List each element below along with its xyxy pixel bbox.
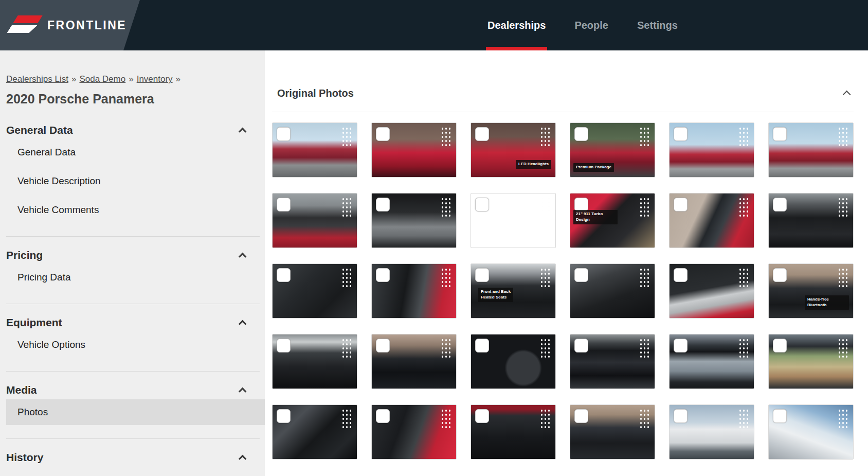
photo-thumbnail-exterior-rear-three-quarter-road[interactable] — [669, 122, 754, 178]
drag-handle-icon[interactable] — [441, 127, 451, 147]
photo-checkbox[interactable] — [574, 409, 588, 423]
photo-thumbnail-exterior-front-led-headlights[interactable]: LED Headlights — [471, 122, 556, 178]
photo-checkbox[interactable] — [674, 268, 688, 282]
photo-checkbox[interactable] — [277, 198, 291, 211]
sidebar-item-general-data[interactable]: General Data — [6, 139, 260, 165]
drag-handle-icon[interactable] — [838, 409, 848, 429]
photo-thumbnail-exterior-rear-brick-wall[interactable] — [371, 122, 457, 178]
drag-handle-icon[interactable] — [540, 127, 551, 147]
drag-handle-icon[interactable] — [441, 268, 451, 288]
photo-checkbox[interactable] — [773, 127, 787, 141]
photo-thumbnail-porsche-lettering-closeup[interactable] — [471, 193, 556, 248]
breadcrumb-link[interactable]: Inventory — [137, 74, 173, 84]
tab-settings[interactable]: Settings — [636, 0, 679, 50]
photo-thumbnail-center-console-gear-shifter[interactable] — [272, 404, 357, 460]
photo-thumbnail-porsche-dealership-building[interactable] — [669, 404, 754, 460]
photo-thumbnail-open-driver-door-brick[interactable] — [669, 193, 754, 248]
photo-checkbox[interactable] — [277, 127, 291, 141]
drag-handle-icon[interactable] — [738, 338, 749, 359]
chevron-up-icon[interactable] — [843, 91, 851, 99]
drag-handle-icon[interactable] — [838, 197, 848, 218]
drag-handle-icon[interactable] — [341, 268, 352, 288]
sidebar-item-pricing-data[interactable]: Pricing Data — [6, 265, 260, 290]
photo-checkbox[interactable] — [475, 198, 489, 211]
photo-thumbnail-panamera-4-door-sill[interactable] — [669, 263, 754, 319]
photo-checkbox[interactable] — [773, 268, 787, 282]
photo-thumbnail-open-trunk-rear[interactable] — [272, 193, 357, 248]
drag-handle-icon[interactable] — [639, 127, 650, 147]
photo-checkbox[interactable] — [773, 409, 787, 423]
photo-thumbnail-infotainment-touchscreen[interactable] — [570, 334, 655, 389]
chevron-up-icon[interactable] — [239, 454, 247, 463]
photo-thumbnail-rear-leather-seat-closeup[interactable] — [570, 263, 655, 319]
sidebar-section-header[interactable]: Media — [6, 384, 260, 396]
breadcrumb-link[interactable]: Soda Demo — [79, 74, 125, 84]
photo-checkbox[interactable] — [376, 409, 390, 423]
drag-handle-icon[interactable] — [738, 268, 749, 288]
drag-handle-icon[interactable] — [838, 268, 848, 288]
tab-people[interactable]: People — [573, 0, 610, 50]
photo-checkbox[interactable] — [674, 339, 688, 352]
photo-thumbnail-exterior-front-three-quarter-street[interactable] — [272, 122, 357, 178]
photo-checkbox[interactable] — [475, 339, 489, 352]
photo-checkbox[interactable] — [773, 339, 787, 352]
photo-checkbox[interactable] — [674, 198, 688, 211]
drag-handle-icon[interactable] — [540, 268, 551, 288]
photo-checkbox[interactable] — [376, 127, 390, 141]
chevron-up-icon[interactable] — [239, 127, 247, 135]
photo-thumbnail-wheel-21-inch-turbo-design[interactable]: 21” 911 Turbo Design — [570, 193, 655, 248]
photo-checkbox[interactable] — [475, 127, 489, 141]
chevron-up-icon[interactable] — [239, 252, 247, 260]
drag-handle-icon[interactable] — [540, 338, 551, 359]
photo-thumbnail-front-and-back-heated-seats[interactable]: Front and Back Heated Seats — [471, 263, 556, 319]
drag-handle-icon[interactable] — [838, 127, 848, 147]
photo-checkbox[interactable] — [277, 339, 291, 352]
drag-handle-icon[interactable] — [341, 197, 352, 218]
drag-handle-icon[interactable] — [341, 409, 352, 429]
photo-thumbnail-backup-camera-screen[interactable] — [669, 334, 754, 389]
drag-handle-icon[interactable] — [639, 409, 650, 429]
photo-checkbox[interactable] — [376, 339, 390, 352]
drag-handle-icon[interactable] — [540, 409, 551, 429]
photo-checkbox[interactable] — [376, 268, 390, 282]
photo-checkbox[interactable] — [773, 198, 787, 211]
photo-checkbox[interactable] — [574, 339, 588, 352]
photo-thumbnail-rear-deck-interior-closeup[interactable] — [471, 404, 556, 460]
sidebar-item-vehicle-description[interactable]: Vehicle Description — [6, 168, 260, 194]
photo-thumbnail-trunk-close-buttons[interactable] — [371, 193, 457, 248]
sidebar-section-header[interactable]: Pricing — [6, 249, 260, 261]
photo-thumbnail-instrument-gauge-cluster[interactable] — [371, 334, 457, 389]
drag-handle-icon[interactable] — [639, 197, 650, 218]
photo-checkbox[interactable] — [574, 127, 588, 141]
photo-checkbox[interactable] — [475, 409, 489, 423]
photo-checkbox[interactable] — [574, 268, 588, 282]
drag-handle-icon[interactable] — [838, 338, 848, 359]
drag-handle-icon[interactable] — [738, 127, 749, 147]
photo-thumbnail-exterior-side-profile-road[interactable] — [768, 122, 854, 178]
drag-handle-icon[interactable] — [639, 338, 650, 359]
photo-thumbnail-sport-chrono-clock[interactable] — [471, 334, 556, 389]
breadcrumb-link[interactable]: Dealerships List — [6, 74, 68, 84]
photo-thumbnail-steering-wheel-hands-free-bluetooth[interactable]: Hands-free Bluetooth — [768, 263, 854, 319]
sidebar-section-header[interactable]: History — [6, 451, 260, 464]
drag-handle-icon[interactable] — [540, 197, 551, 218]
sidebar-item-photos[interactable]: Photos — [6, 399, 265, 425]
photo-thumbnail-bose-speaker-grille[interactable] — [272, 263, 357, 319]
sidebar-item-vehicle-comments[interactable]: Vehicle Comments — [6, 197, 260, 223]
chevron-up-icon[interactable] — [239, 387, 247, 395]
drag-handle-icon[interactable] — [441, 409, 451, 429]
sidebar-section-header[interactable]: Equipment — [6, 316, 260, 329]
photo-thumbnail-headlight-switch-controls[interactable] — [272, 334, 357, 389]
photo-checkbox[interactable] — [674, 409, 688, 423]
photo-checkbox[interactable] — [574, 198, 588, 211]
drag-handle-icon[interactable] — [441, 338, 451, 359]
photo-checkbox[interactable] — [674, 127, 688, 141]
photo-thumbnail-rear-interior-open-red-door[interactable] — [371, 404, 457, 460]
chevron-up-icon[interactable] — [239, 320, 247, 328]
drag-handle-icon[interactable] — [341, 127, 352, 147]
sidebar-item-vehicle-options[interactable]: Vehicle Options — [6, 332, 260, 358]
brand-logo[interactable]: FRONTLINE — [0, 0, 144, 50]
drag-handle-icon[interactable] — [341, 338, 352, 359]
tab-dealerships[interactable]: Dealerships — [486, 0, 547, 50]
photo-checkbox[interactable] — [475, 268, 489, 282]
